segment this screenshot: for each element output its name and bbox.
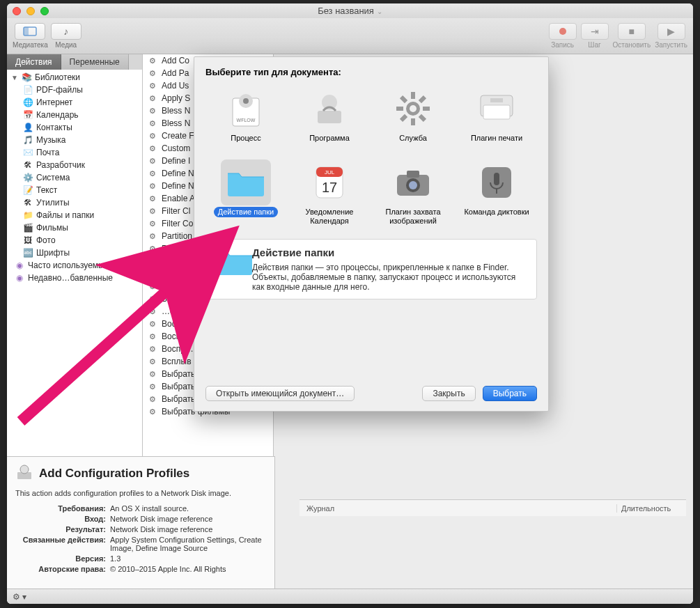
svg-point-30 — [409, 181, 417, 189]
action-icon: ⚙︎ — [147, 143, 158, 153]
action-icon: ⚙︎ — [147, 181, 158, 191]
template-description: Действие папки Действия папки — это проц… — [205, 239, 537, 299]
action-icon: ⚙︎ — [147, 206, 158, 216]
action-icon: ⚙︎ — [147, 93, 158, 103]
category-item[interactable]: 📅Календарь — [7, 109, 142, 121]
svg-text:17: 17 — [322, 180, 337, 195]
tree-root[interactable]: ▼ 📚 Библиотеки — [7, 71, 142, 84]
category-icon: 🌐 — [22, 98, 33, 107]
category-icon: 🖼 — [22, 235, 33, 245]
svg-rect-12 — [419, 95, 426, 103]
template-item-5[interactable]: JUL17Уведомление Календаря — [289, 159, 370, 229]
media-toggle-button[interactable]: ♪ — [51, 23, 81, 40]
info-value: © 2010–2015 Apple Inc. All Rights — [110, 565, 266, 573]
category-icon: 📄 — [22, 85, 33, 95]
info-key: Авторские права: — [15, 565, 106, 573]
category-icon: 👤 — [22, 123, 33, 132]
category-item[interactable]: 🖼Фото — [7, 234, 142, 247]
template-item-0[interactable]: WFLOWПроцесс — [205, 86, 286, 155]
disclosure-triangle-icon[interactable]: ▼ — [11, 74, 18, 81]
category-item[interactable]: 🔤Шрифты — [7, 247, 142, 259]
smart-folder-icon: ◉ — [14, 273, 25, 283]
action-icon: ⚙︎ — [147, 344, 158, 354]
category-item[interactable]: 🌐Интернет — [7, 96, 142, 109]
svg-rect-28 — [407, 171, 419, 178]
template-item-6[interactable]: Плагин захвата изображений — [373, 159, 453, 229]
info-title: Add Configuration Profiles — [39, 467, 189, 481]
category-item[interactable]: 🛠Утилиты — [7, 196, 142, 209]
info-value: Apply System Configuration Settings, Cre… — [110, 536, 266, 552]
record-icon — [559, 28, 566, 35]
category-item[interactable]: 📁Файлы и папки — [7, 209, 142, 221]
toolbar: Медиатека ♪ Медиа Запись ⇥ Шаг ■ Останов… — [7, 18, 693, 54]
action-icon: ⚙︎ — [147, 256, 158, 266]
category-item[interactable]: 🎬Фильмы — [7, 221, 142, 234]
step-button[interactable]: ⇥ — [581, 23, 609, 40]
action-icon: ⚙︎ — [147, 294, 158, 304]
library-toggle-button[interactable] — [15, 23, 45, 40]
category-icon: 🔤 — [22, 248, 33, 258]
close-dialog-button[interactable]: Закрыть — [422, 386, 475, 401]
run-button[interactable]: ▶ — [658, 23, 685, 40]
chevron-down-icon: ⌄ — [377, 8, 382, 15]
run-label: Запустить — [655, 41, 687, 49]
action-icon: ⚙︎ — [147, 169, 158, 178]
template-item-3[interactable]: Плагин печати — [456, 86, 537, 155]
category-icon: ⚙️ — [22, 173, 33, 182]
template-label: Процесс — [226, 133, 265, 143]
template-item-1[interactable]: Программа — [289, 86, 370, 155]
gear-menu-icon[interactable]: ⚙︎ ▾ — [13, 592, 26, 602]
action-badge-icon — [15, 464, 33, 483]
category-icon: 🎵 — [22, 135, 33, 145]
search-input[interactable] — [129, 54, 142, 70]
category-icon: 📅 — [22, 110, 33, 120]
stop-button[interactable]: ■ — [618, 23, 646, 40]
record-label: Запись — [551, 41, 574, 49]
template-desc-title: Действие папки — [252, 247, 528, 258]
template-chooser-dialog: Выберите тип для документа: WFLOWПроцесс… — [194, 56, 549, 412]
smart-group-item[interactable]: ◉Часто используемые — [7, 259, 142, 272]
journal-col-name[interactable]: Журнал — [300, 504, 616, 513]
template-item-4[interactable]: Действие папки — [205, 159, 286, 229]
category-item[interactable]: ⚙️Система — [7, 171, 142, 184]
action-icon: ⚙︎ — [147, 319, 158, 329]
svg-point-3 — [20, 465, 29, 474]
template-label: Действие папки — [214, 207, 278, 217]
category-item[interactable]: 🎵Музыка — [7, 134, 142, 146]
svg-rect-15 — [411, 118, 415, 125]
template-item-2[interactable]: Служба — [373, 86, 453, 155]
action-icon: ⚙︎ — [147, 194, 158, 203]
tab-variables[interactable]: Переменные — [61, 54, 129, 70]
category-item[interactable]: 🛠Разработчик — [7, 159, 142, 171]
smart-folder-icon: ◉ — [14, 260, 25, 270]
choose-button[interactable]: Выбрать — [483, 386, 537, 401]
action-icon: ⚙︎ — [147, 306, 158, 316]
info-key: Версия: — [15, 554, 106, 563]
svg-rect-9 — [318, 111, 341, 123]
category-item[interactable]: 📝Текст — [7, 184, 142, 196]
svg-rect-1 — [24, 27, 29, 36]
template-icon — [388, 159, 438, 205]
svg-rect-14 — [419, 114, 426, 122]
template-icon: JUL17 — [304, 159, 355, 205]
template-item-7[interactable]: Команда диктовки — [456, 159, 537, 229]
category-item[interactable]: 📄PDF-файлы — [7, 84, 142, 96]
category-item[interactable]: ✉️Почта — [7, 146, 142, 159]
svg-rect-32 — [494, 173, 499, 185]
open-existing-button[interactable]: Открыть имеющийся документ… — [205, 386, 355, 401]
status-bar: ⚙︎ ▾ — [7, 588, 693, 604]
automator-window: Без названия⌄ Медиатека ♪ Медиа Запись ⇥… — [7, 3, 693, 604]
template-label: Служба — [395, 133, 431, 143]
media-toggle-label: Медиа — [55, 41, 77, 49]
action-icon: ⚙︎ — [147, 56, 158, 65]
tab-actions[interactable]: Действия — [7, 54, 61, 70]
category-item[interactable]: 👤Контакты — [7, 121, 142, 134]
record-button[interactable] — [549, 23, 577, 40]
action-icon: ⚙︎ — [147, 131, 158, 141]
smart-group-item[interactable]: ◉Недавно…бавленные — [7, 272, 142, 284]
journal-col-duration[interactable]: Длительность — [616, 504, 686, 513]
template-desc-body: Действия папки — это процессы, прикрепле… — [252, 263, 528, 292]
template-icon — [304, 86, 355, 132]
info-key: Требования: — [15, 504, 106, 513]
action-icon: ⚙︎ — [147, 382, 158, 391]
